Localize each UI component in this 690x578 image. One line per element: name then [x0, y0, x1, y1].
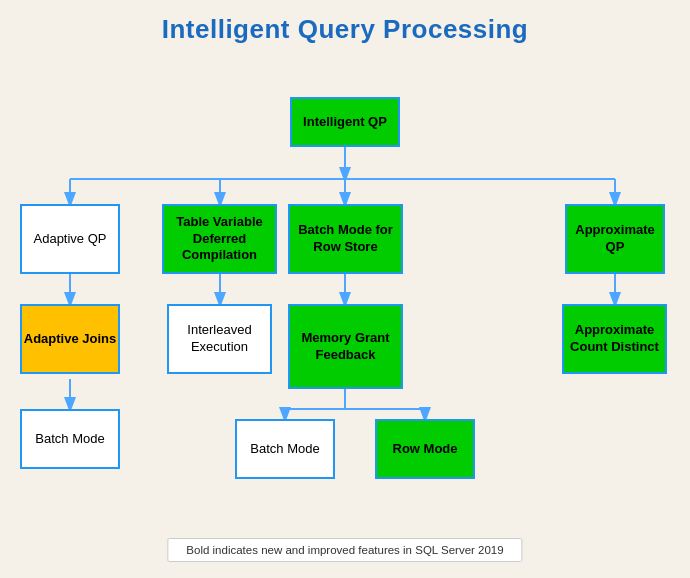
- adaptive-qp-box: Adaptive QP: [20, 204, 120, 274]
- main-container: Intelligent Query Processing: [5, 4, 685, 574]
- memory-grant-box: Memory Grant Feedback: [288, 304, 403, 389]
- page-title: Intelligent Query Processing: [15, 14, 675, 45]
- footnote: Bold indicates new and improved features…: [167, 538, 522, 562]
- approximate-count-box: Approximate Count Distinct: [562, 304, 667, 374]
- approximate-qp-box: Approximate QP: [565, 204, 665, 274]
- interleaved-execution-box: Interleaved Execution: [167, 304, 272, 374]
- table-variable-box: Table Variable Deferred Compilation: [162, 204, 277, 274]
- adaptive-joins-box: Adaptive Joins: [20, 304, 120, 374]
- row-mode-box: Row Mode: [375, 419, 475, 479]
- batch-mode-row-box: Batch Mode for Row Store: [288, 204, 403, 274]
- batch-mode-1-box: Batch Mode: [20, 409, 120, 469]
- intelligent-qp-box: Intelligent QP: [290, 97, 400, 147]
- batch-mode-2-box: Batch Mode: [235, 419, 335, 479]
